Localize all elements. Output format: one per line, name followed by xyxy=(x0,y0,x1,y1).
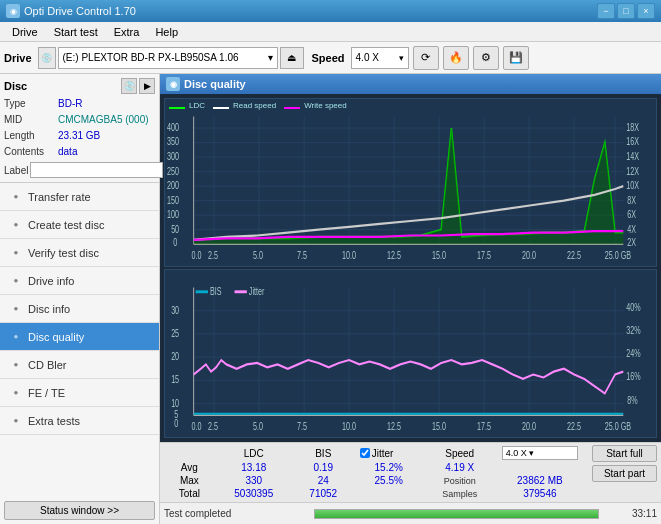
svg-text:7.5: 7.5 xyxy=(297,420,307,432)
fe-te-icon: ● xyxy=(8,385,24,401)
sidebar-item-cd-bler[interactable]: ●CD Bler xyxy=(0,351,159,379)
bis-chart: BIS Jitter 30 25 20 15 10 5 0 40% 32% 24… xyxy=(164,269,657,438)
svg-text:40%: 40% xyxy=(626,301,640,313)
max-bis: 24 xyxy=(293,474,354,487)
svg-text:300: 300 xyxy=(167,151,179,163)
menu-drive[interactable]: Drive xyxy=(4,24,46,40)
jitter-checkbox[interactable] xyxy=(360,448,370,458)
avg-speed: 4.19 X xyxy=(424,461,496,474)
svg-text:12X: 12X xyxy=(626,165,639,177)
svg-text:25.0 GB: 25.0 GB xyxy=(605,420,631,432)
close-button[interactable]: × xyxy=(637,3,655,19)
speed-dropdown-stats[interactable]: 4.0 X ▾ xyxy=(502,446,578,460)
svg-text:250: 250 xyxy=(167,165,179,177)
cd-bler-label: CD Bler xyxy=(28,359,67,371)
titlebar: ◉ Opti Drive Control 1.70 − □ × xyxy=(0,0,661,22)
disc-quality-icon: ◉ xyxy=(166,77,180,91)
menubar: Drive Start test Extra Help xyxy=(0,22,661,42)
extra-tests-icon: ● xyxy=(8,413,24,429)
stats-total-row: Total 5030395 71052 Samples 379546 xyxy=(164,487,584,500)
max-ldc: 330 xyxy=(215,474,293,487)
app-icon: ◉ xyxy=(6,4,20,18)
action-buttons: Start full Start part xyxy=(592,445,657,482)
total-bis: 71052 xyxy=(293,487,354,500)
disc-icon-2[interactable]: ▶ xyxy=(139,78,155,94)
label-input[interactable] xyxy=(30,162,163,178)
length-key: Length xyxy=(4,128,58,144)
svg-text:22.5: 22.5 xyxy=(567,249,581,261)
menu-start-test[interactable]: Start test xyxy=(46,24,106,40)
menu-help[interactable]: Help xyxy=(147,24,186,40)
transfer-rate-icon: ● xyxy=(8,189,24,205)
disc-quality-icon: ● xyxy=(8,329,24,345)
svg-text:32%: 32% xyxy=(626,325,640,337)
svg-text:30: 30 xyxy=(171,304,179,316)
svg-text:22.5: 22.5 xyxy=(567,420,581,432)
speed-dropdown-val: 4.0 X xyxy=(506,448,527,458)
toolbar: Drive 💿 (E:) PLEXTOR BD-R PX-LB950SA 1.0… xyxy=(0,42,661,74)
svg-text:10: 10 xyxy=(171,397,179,409)
disc-quality-label: Disc quality xyxy=(28,331,84,343)
save-button[interactable]: 💾 xyxy=(503,46,529,70)
statusbar: Test completed 33:11 xyxy=(160,502,661,524)
burn-button[interactable]: 🔥 xyxy=(443,46,469,70)
mid-val: CMCMAGBA5 (000) xyxy=(58,112,149,128)
create-test-disc-label: Create test disc xyxy=(28,219,104,231)
total-samples: 379546 xyxy=(496,487,584,500)
svg-text:10.0: 10.0 xyxy=(342,420,356,432)
sidebar-item-extra-tests[interactable]: ●Extra tests xyxy=(0,407,159,435)
sidebar-item-transfer-rate[interactable]: ●Transfer rate xyxy=(0,183,159,211)
sidebar-item-disc-quality[interactable]: ●Disc quality xyxy=(0,323,159,351)
avg-bis: 0.19 xyxy=(293,461,354,474)
svg-text:0: 0 xyxy=(173,236,177,248)
menu-extra[interactable]: Extra xyxy=(106,24,148,40)
drive-info-label: Drive info xyxy=(28,275,74,287)
avg-ldc: 13.18 xyxy=(215,461,293,474)
col-ldc: LDC xyxy=(215,445,293,461)
eject-button[interactable]: ⏏ xyxy=(280,47,304,69)
drive-dropdown[interactable]: (E:) PLEXTOR BD-R PX-LB950SA 1.06 ▾ xyxy=(58,47,278,69)
svg-text:0.0: 0.0 xyxy=(192,420,202,432)
svg-text:17.5: 17.5 xyxy=(477,249,491,261)
svg-text:Jitter: Jitter xyxy=(249,285,265,297)
svg-text:25: 25 xyxy=(171,328,179,340)
disc-info-label: Disc info xyxy=(28,303,70,315)
sidebar: Disc 💿 ▶ Type BD-R MID CMCMAGBA5 (000) L… xyxy=(0,74,160,524)
svg-text:2.5: 2.5 xyxy=(208,249,218,261)
speed-dropdown[interactable]: 4.0 X ▾ xyxy=(351,47,409,69)
start-full-button[interactable]: Start full xyxy=(592,445,657,462)
type-val: BD-R xyxy=(58,96,82,112)
svg-text:2.5: 2.5 xyxy=(208,420,218,432)
svg-text:15: 15 xyxy=(171,374,179,386)
refresh-button[interactable]: ⟳ xyxy=(413,46,439,70)
svg-text:10.0: 10.0 xyxy=(342,249,356,261)
type-key: Type xyxy=(4,96,58,112)
stats-table: LDC BIS Jitter Speed xyxy=(164,445,584,500)
maximize-button[interactable]: □ xyxy=(617,3,635,19)
status-window-button[interactable]: Status window >> xyxy=(4,501,155,520)
sidebar-item-drive-info[interactable]: ●Drive info xyxy=(0,267,159,295)
svg-text:15.0: 15.0 xyxy=(432,249,446,261)
sidebar-item-verify-test-disc[interactable]: ●Verify test disc xyxy=(0,239,159,267)
contents-val: data xyxy=(58,144,77,160)
svg-text:15.0: 15.0 xyxy=(432,420,446,432)
svg-text:18X: 18X xyxy=(626,122,639,134)
charts-area: LDC Read speed Write speed xyxy=(160,94,661,442)
nav-menu: ●Transfer rate●Create test disc●Verify t… xyxy=(0,183,159,435)
minimize-button[interactable]: − xyxy=(597,3,615,19)
sidebar-item-disc-info[interactable]: ●Disc info xyxy=(0,295,159,323)
contents-key: Contents xyxy=(4,144,58,160)
svg-text:12.5: 12.5 xyxy=(387,420,401,432)
sidebar-item-fe-te[interactable]: ●FE / TE xyxy=(0,379,159,407)
svg-text:14X: 14X xyxy=(626,151,639,163)
svg-text:BIS: BIS xyxy=(210,285,222,297)
sidebar-item-create-test-disc[interactable]: ●Create test disc xyxy=(0,211,159,239)
create-test-disc-icon: ● xyxy=(8,217,24,233)
svg-text:20.0: 20.0 xyxy=(522,420,536,432)
start-part-button[interactable]: Start part xyxy=(592,465,657,482)
disc-icon-1[interactable]: 💿 xyxy=(121,78,137,94)
drive-value: (E:) PLEXTOR BD-R PX-LB950SA 1.06 xyxy=(63,52,239,63)
settings-button[interactable]: ⚙ xyxy=(473,46,499,70)
stats-bar: LDC BIS Jitter Speed xyxy=(160,442,661,502)
drive-info-icon: ● xyxy=(8,273,24,289)
